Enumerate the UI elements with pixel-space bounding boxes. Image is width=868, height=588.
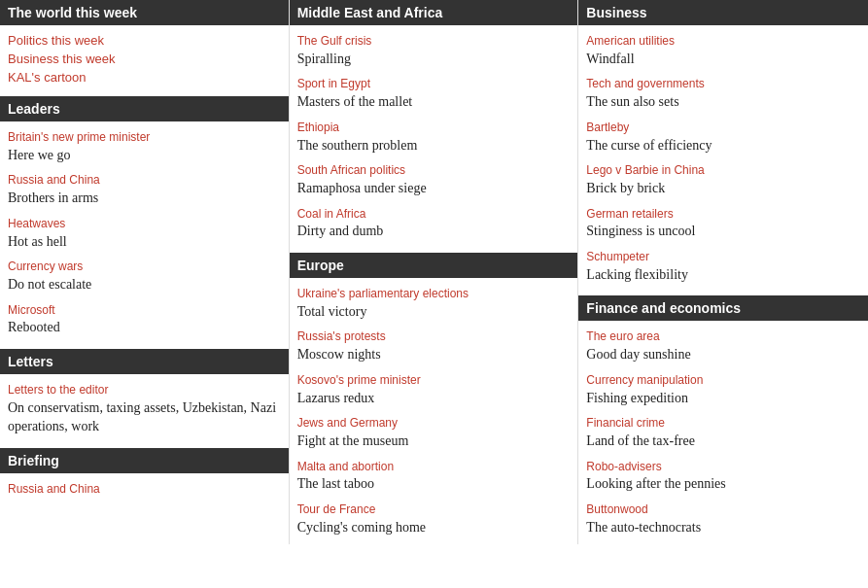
article-title: Here we go: [8, 146, 281, 165]
section-header-0-0: The world this week: [0, 0, 289, 25]
article-category[interactable]: Britain's new prime minister: [8, 129, 281, 146]
article-category[interactable]: American utilities: [586, 33, 860, 50]
article-title: The southern problem: [297, 136, 571, 156]
article-title: On conservatism, taxing assets, Uzbekist…: [8, 398, 281, 436]
article-category[interactable]: Financial crime: [586, 415, 860, 432]
list-item: Financial crimeLand of the tax-free: [586, 415, 860, 450]
section-1-1: EuropeUkraine's parliamentary electionsT…: [297, 253, 571, 536]
article-title: Hot as hell: [8, 232, 281, 252]
article-title: Cycling's coming home: [297, 518, 571, 537]
list-item: Robo-advisersLooking after the pennies: [586, 459, 860, 494]
list-item: Sport in EgyptMasters of the mallet: [297, 76, 571, 111]
list-item: EthiopiaThe southern problem: [297, 120, 571, 155]
list-item: Britain's new prime ministerHere we go: [8, 129, 281, 164]
section-header-1-1: Europe: [290, 253, 578, 278]
list-item: The Gulf crisisSpiralling: [297, 33, 571, 68]
list-item: American utilitiesWindfall: [586, 33, 860, 68]
article-category[interactable]: Russia's protests: [297, 329, 571, 345]
article-category[interactable]: Ethiopia: [297, 120, 571, 136]
section-header-0-1: Leaders: [0, 96, 289, 121]
list-item: BartlebyThe curse of efficiency: [586, 120, 860, 155]
article-category[interactable]: Russia and China: [8, 481, 281, 498]
section-header-1-0: Middle East and Africa: [290, 0, 578, 25]
list-item: The euro areaGood day sunshine: [586, 329, 860, 363]
article-category[interactable]: Russia and China: [8, 172, 281, 189]
nav-link-0-0-1[interactable]: Business this week: [8, 52, 281, 66]
article-category[interactable]: Bartleby: [586, 120, 860, 136]
column-2: BusinessAmerican utilitiesWindfallTech a…: [578, 0, 868, 544]
article-title: Fishing expedition: [586, 389, 860, 408]
list-item: Letters to the editorOn conservatism, ta…: [8, 382, 281, 436]
section-0-2: LettersLetters to the editorOn conservat…: [8, 349, 281, 436]
article-category[interactable]: Tour de France: [297, 502, 571, 518]
nav-link-0-0-2[interactable]: KAL's cartoon: [8, 70, 281, 85]
article-title: Total victory: [297, 302, 571, 322]
article-category[interactable]: Jews and Germany: [297, 415, 571, 432]
article-category[interactable]: Currency manipulation: [586, 372, 860, 389]
article-title: Fight at the museum: [297, 432, 571, 451]
nav-link-0-0-0[interactable]: Politics this week: [8, 33, 281, 48]
article-category[interactable]: Heatwaves: [8, 216, 281, 232]
section-header-2-1: Finance and economics: [578, 295, 868, 321]
article-title: The sun also sets: [586, 92, 860, 112]
section-0-0: The world this weekPolitics this weekBus…: [8, 0, 281, 85]
article-title: Masters of the mallet: [297, 92, 571, 112]
article-category[interactable]: Buttonwood: [586, 502, 860, 518]
section-0-3: BriefingRussia and China: [8, 448, 281, 498]
section-header-0-3: Briefing: [0, 448, 289, 473]
article-category[interactable]: Schumpeter: [586, 249, 860, 265]
article-title: The curse of efficiency: [586, 136, 860, 156]
article-title: Ramaphosa under siege: [297, 179, 571, 198]
article-category[interactable]: Sport in Egypt: [297, 76, 571, 92]
list-item: Currency manipulationFishing expedition: [586, 372, 860, 407]
list-item: Currency warsDo not escalate: [8, 259, 281, 294]
list-item: Coal in AfricaDirty and dumb: [297, 206, 571, 241]
column-1: Middle East and AfricaThe Gulf crisisSpi…: [290, 0, 579, 544]
list-item: Russia's protestsMoscow nights: [297, 329, 571, 363]
article-category[interactable]: Robo-advisers: [586, 459, 860, 475]
list-item: Ukraine's parliamentary electionsTotal v…: [297, 286, 571, 321]
article-title: Good day sunshine: [586, 345, 860, 364]
list-item: MicrosoftRebooted: [8, 302, 281, 337]
list-item: Malta and abortionThe last taboo: [297, 459, 571, 494]
list-item: Tour de FranceCycling's coming home: [297, 502, 571, 536]
list-item: Kosovo's prime ministerLazarus redux: [297, 372, 571, 407]
article-title: The last taboo: [297, 474, 571, 494]
article-category[interactable]: The euro area: [586, 329, 860, 345]
section-2-0: BusinessAmerican utilitiesWindfallTech a…: [586, 0, 860, 284]
main-container: The world this weekPolitics this weekBus…: [0, 0, 868, 544]
article-category[interactable]: Ukraine's parliamentary elections: [297, 286, 571, 302]
article-category[interactable]: Tech and governments: [586, 76, 860, 92]
article-category[interactable]: The Gulf crisis: [297, 33, 571, 50]
article-title: The auto-technocrats: [586, 518, 860, 537]
column-0: The world this weekPolitics this weekBus…: [0, 0, 290, 544]
list-item: Russia and ChinaBrothers in arms: [8, 172, 281, 207]
section-2-1: Finance and economicsThe euro areaGood d…: [586, 295, 860, 536]
list-item: German retailersStinginess is uncool: [586, 206, 860, 241]
article-title: Land of the tax-free: [586, 432, 860, 451]
list-item: Jews and GermanyFight at the museum: [297, 415, 571, 450]
article-category[interactable]: Malta and abortion: [297, 459, 571, 475]
section-0-1: LeadersBritain's new prime ministerHere …: [8, 96, 281, 337]
article-title: Windfall: [586, 50, 860, 69]
section-header-0-2: Letters: [0, 349, 289, 374]
article-title: Lacking flexibility: [586, 265, 860, 285]
article-title: Moscow nights: [297, 345, 571, 364]
article-category[interactable]: Kosovo's prime minister: [297, 372, 571, 389]
article-category[interactable]: South African politics: [297, 162, 571, 179]
article-title: Stinginess is uncool: [586, 222, 860, 241]
article-category[interactable]: Letters to the editor: [8, 382, 281, 398]
article-title: Brothers in arms: [8, 189, 281, 208]
article-title: Lazarus redux: [297, 389, 571, 408]
list-item: Tech and governmentsThe sun also sets: [586, 76, 860, 111]
list-item: South African politicsRamaphosa under si…: [297, 162, 571, 197]
list-item: HeatwavesHot as hell: [8, 216, 281, 251]
article-category[interactable]: Lego v Barbie in China: [586, 162, 860, 179]
section-1-0: Middle East and AfricaThe Gulf crisisSpi…: [297, 0, 571, 241]
article-category[interactable]: Microsoft: [8, 302, 281, 319]
article-category[interactable]: Coal in Africa: [297, 206, 571, 223]
article-title: Looking after the pennies: [586, 474, 860, 494]
article-category[interactable]: German retailers: [586, 206, 860, 223]
article-title: Spiralling: [297, 50, 571, 69]
article-category[interactable]: Currency wars: [8, 259, 281, 275]
